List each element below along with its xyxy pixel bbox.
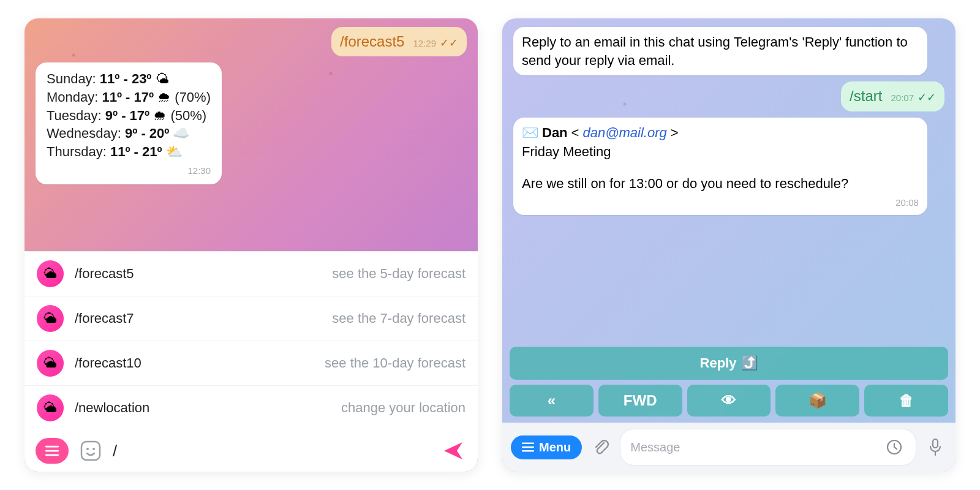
weather-icon: 🌧 xyxy=(153,108,167,123)
email-body: Are we still on for 13:00 or do you need… xyxy=(522,175,919,193)
menu-icon xyxy=(45,445,59,456)
command-suggestion[interactable]: 🌥/forecast10see the 10-day forecast xyxy=(24,341,478,386)
email-from-address[interactable]: dan@mail.org xyxy=(582,124,666,142)
command-description: see the 7-day forecast xyxy=(332,311,466,326)
bot-avatar: 🌥 xyxy=(37,260,64,287)
svg-point-4 xyxy=(86,448,89,450)
kbd-archive-button[interactable]: 📦 xyxy=(775,385,859,417)
svg-rect-8 xyxy=(522,450,534,452)
command-description: see the 10-day forecast xyxy=(325,355,466,371)
chat-area: /forecast5 12:29 ✓✓ Sunday: 11º - 23º 🌤M… xyxy=(24,18,478,251)
kbd-delete-button[interactable]: 🗑 xyxy=(864,385,948,417)
command-name: /forecast10 xyxy=(75,355,141,371)
send-button[interactable] xyxy=(440,437,467,464)
message-input[interactable] xyxy=(113,442,430,461)
email-from-line: ✉️ Dan <dan@mail.org> xyxy=(522,124,919,142)
weather-icon: 🌧 xyxy=(157,89,171,105)
microphone-icon xyxy=(927,438,944,456)
email-message[interactable]: ✉️ Dan <dan@mail.org> Friday Meeting Are… xyxy=(513,118,927,215)
svg-rect-2 xyxy=(45,454,59,456)
outgoing-command-text: /start xyxy=(850,86,882,106)
clock-icon xyxy=(886,439,902,455)
input-bar: Menu xyxy=(502,423,956,472)
svg-point-5 xyxy=(92,448,95,450)
bot-avatar: 🌥 xyxy=(37,394,64,421)
paperclip-icon xyxy=(592,438,610,456)
svg-rect-6 xyxy=(522,443,534,445)
command-name: /newlocation xyxy=(75,400,149,416)
forecast-row: Monday: 11º - 17º 🌧 (70%) xyxy=(47,88,211,107)
weather-icon: 🌤 xyxy=(156,71,169,86)
send-icon xyxy=(442,440,464,462)
attach-button[interactable] xyxy=(589,435,612,459)
email-subject: Friday Meeting xyxy=(522,143,919,161)
kbd-back-button[interactable]: « xyxy=(510,385,594,417)
email-bot-panel: Reply to an email in this chat using Tel… xyxy=(502,18,956,472)
svg-rect-1 xyxy=(45,450,59,452)
forecast-time: 12:30 xyxy=(187,165,211,177)
outgoing-command-text: /forecast5 xyxy=(340,32,404,51)
scheduled-button[interactable] xyxy=(883,435,906,459)
svg-rect-0 xyxy=(45,446,59,448)
read-ticks-icon: ✓✓ xyxy=(440,36,458,50)
message-input[interactable] xyxy=(630,440,876,454)
forecast-row: Tuesday: 9º - 17º 🌧 (50%) xyxy=(47,107,211,125)
forecast-message[interactable]: Sunday: 11º - 23º 🌤Monday: 11º - 17º 🌧 (… xyxy=(36,62,222,184)
bot-avatar: 🌥 xyxy=(37,305,64,332)
forecast-row: Thursday: 11º - 21º ⛅ xyxy=(47,143,211,161)
intro-text: Reply to an email in this chat using Tel… xyxy=(522,34,908,68)
envelope-icon: ✉️ xyxy=(522,124,538,142)
kbd-forward-button[interactable]: FWD xyxy=(598,385,682,417)
svg-rect-7 xyxy=(522,447,534,448)
bot-avatar: 🌥 xyxy=(37,350,64,377)
forecast-day: Sunday: xyxy=(47,71,100,86)
email-time: 20:08 xyxy=(895,197,919,209)
forecast-day: Tuesday: xyxy=(47,108,105,123)
menu-label: Menu xyxy=(539,440,571,454)
command-suggestion[interactable]: 🌥/forecast5see the 5-day forecast xyxy=(24,252,478,296)
sticker-icon xyxy=(80,440,101,461)
weather-bot-panel: /forecast5 12:29 ✓✓ Sunday: 11º - 23º 🌤M… xyxy=(24,18,478,472)
forecast-day: Wednesday: xyxy=(47,126,125,141)
svg-rect-10 xyxy=(933,439,938,448)
chat-area: Reply to an email in this chat using Tel… xyxy=(502,18,956,343)
command-description: see the 5-day forecast xyxy=(332,266,466,282)
forecast-temp: 11º - 21º xyxy=(110,144,162,159)
outgoing-time: 12:29 xyxy=(413,37,436,50)
read-ticks-icon: ✓✓ xyxy=(918,90,936,105)
reply-button[interactable]: Reply ⤴️ xyxy=(510,347,948,380)
intro-message[interactable]: Reply to an email in this chat using Tel… xyxy=(513,27,927,75)
email-from-name: Dan xyxy=(542,124,568,142)
menu-button[interactable]: Menu xyxy=(511,435,582,459)
message-input-wrapper[interactable] xyxy=(620,429,916,466)
forecast-temp: 11º - 17º xyxy=(102,89,154,105)
voice-button[interactable] xyxy=(924,435,947,459)
command-name: /forecast7 xyxy=(75,311,134,326)
svg-rect-3 xyxy=(81,442,100,460)
inline-keyboard: Reply ⤴️ «FWD👁📦🗑 xyxy=(510,347,948,417)
outgoing-message[interactable]: /forecast5 12:29 ✓✓ xyxy=(331,27,467,56)
input-bar xyxy=(24,430,478,472)
weather-icon: ☁️ xyxy=(173,126,189,141)
command-description: change your location xyxy=(341,400,466,416)
forecast-temp: 9º - 17º xyxy=(105,108,149,123)
forecast-day: Monday: xyxy=(47,89,102,105)
sticker-button[interactable] xyxy=(78,439,103,463)
forecast-temp: 9º - 20º xyxy=(125,126,169,141)
weather-icon: ⛅ xyxy=(166,144,183,159)
reply-arrow-icon: ⤴️ xyxy=(741,355,758,371)
outgoing-time: 20:07 xyxy=(891,92,914,104)
forecast-chance: (50%) xyxy=(170,108,206,123)
command-suggestion[interactable]: 🌥/newlocationchange your location xyxy=(24,386,478,430)
command-suggestion[interactable]: 🌥/forecast7see the 7-day forecast xyxy=(24,296,478,341)
reply-label: Reply xyxy=(700,355,737,371)
forecast-temp: 11º - 23º xyxy=(100,71,152,86)
outgoing-message[interactable]: /start 20:07 ✓✓ xyxy=(841,81,944,111)
forecast-row: Sunday: 11º - 23º 🌤 xyxy=(47,70,211,88)
forecast-chance: (70%) xyxy=(175,89,211,105)
commands-menu-button[interactable] xyxy=(36,438,69,464)
kbd-view-button[interactable]: 👁 xyxy=(687,385,771,417)
menu-icon xyxy=(522,442,534,452)
command-suggestions: 🌥/forecast5see the 5-day forecast🌥/forec… xyxy=(24,251,478,430)
forecast-row: Wednesday: 9º - 20º ☁️ xyxy=(47,124,211,143)
